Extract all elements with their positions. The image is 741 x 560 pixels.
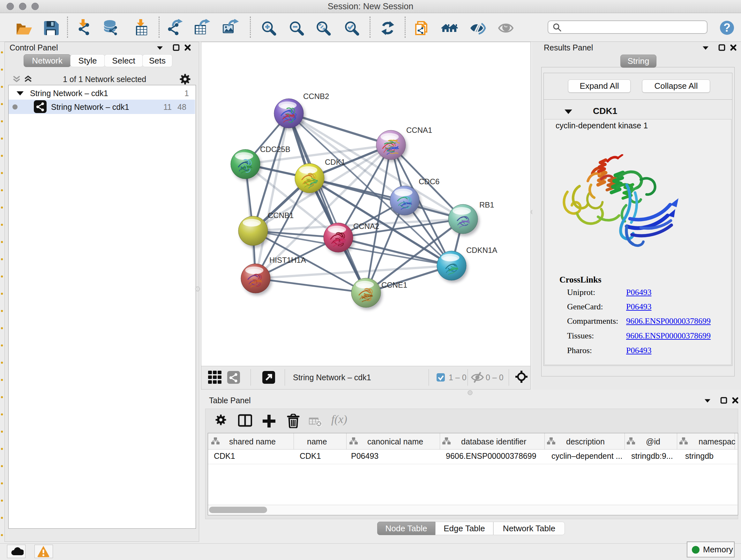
- svg-text:CCNA2: CCNA2: [353, 222, 379, 231]
- svg-text:?: ?: [724, 21, 731, 34]
- svg-text:CDC6: CDC6: [419, 177, 440, 186]
- svg-text:CCNB2: CCNB2: [303, 92, 329, 101]
- svg-text:CDC25B: CDC25B: [260, 145, 290, 153]
- svg-text:CCNE1: CCNE1: [381, 281, 407, 289]
- svg-text:CDKN1A: CDKN1A: [466, 246, 497, 254]
- svg-text:CCNA1: CCNA1: [406, 126, 432, 134]
- svg-text:HIST1H1A: HIST1H1A: [269, 256, 306, 264]
- svg-text:RB1: RB1: [479, 200, 494, 209]
- svg-text:CDK1: CDK1: [325, 158, 345, 166]
- svg-text:CCNB1: CCNB1: [268, 211, 293, 220]
